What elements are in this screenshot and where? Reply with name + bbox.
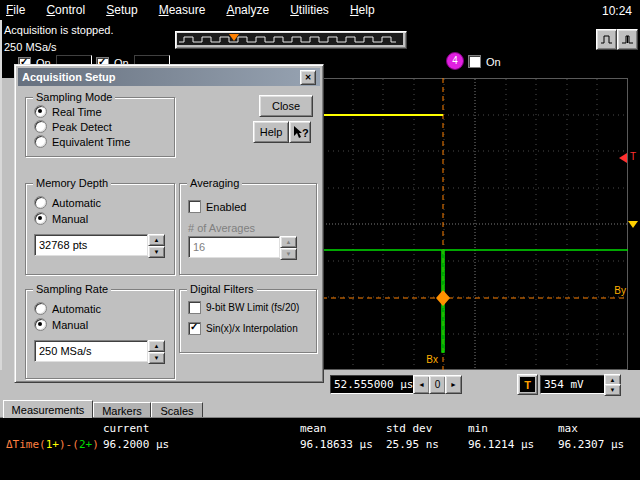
channel4-on-label: On	[486, 56, 501, 68]
timebase-position-field[interactable]: 52.555000 µs	[330, 375, 418, 394]
menu-analyze[interactable]: Analyze	[226, 3, 269, 17]
menu-control[interactable]: Control	[46, 3, 85, 17]
sampling-mode-group: Sampling Mode Real Time Peak Detect Equi…	[25, 97, 175, 157]
clock: 10:24	[602, 4, 632, 18]
num-averages-label: # of Averages	[188, 222, 255, 234]
memory-depth-legend: Memory Depth	[33, 177, 111, 189]
sampling-rate-legend: Sampling Rate	[33, 283, 111, 295]
menu-measure[interactable]: Measure	[159, 3, 206, 17]
memory-depth-group: Memory Depth Automatic Manual 32768 pts …	[25, 183, 175, 275]
col-header-mean: mean	[300, 422, 327, 435]
col-header-min: min	[468, 422, 488, 435]
real-time-radio[interactable]	[34, 105, 47, 118]
dialog-titlebar[interactable]: Acquisition Setup ✕	[18, 68, 320, 86]
dialog-title: Acquisition Setup	[22, 71, 300, 83]
sampling-rate-up-button[interactable]: ▲	[148, 340, 165, 352]
sampling-rate-down-button[interactable]: ▼	[148, 352, 165, 364]
memory-automatic-radio[interactable]	[34, 196, 47, 209]
num-averages-field: 16	[188, 236, 280, 258]
cursor-question-icon: ?	[292, 125, 309, 140]
bw-limit-label: 9-bit BW Limit (fs/20)	[206, 302, 299, 313]
oscilloscope-screen: File Control Setup Measure Analyze Utili…	[0, 0, 640, 480]
trigger-level-arrow[interactable]	[619, 153, 627, 163]
menu-file[interactable]: File	[6, 3, 25, 17]
scope-graticule: Bx By	[322, 78, 628, 370]
memory-manual-label: Manual	[52, 213, 88, 225]
measurement-max: 96.2307 µs	[558, 438, 624, 451]
status-message: Acquisition is stopped.	[4, 24, 113, 36]
sample-rate-readout: 250 MSa/s	[4, 41, 57, 53]
averaging-group: Averaging Enabled # of Averages 16 ▲ ▼	[179, 183, 317, 275]
sinx-interpolation-checkbox[interactable]	[188, 322, 201, 335]
square-wave-icon	[599, 32, 614, 47]
trigger-level-field[interactable]: 354 mV	[540, 375, 608, 394]
waveform-thumbnail	[177, 33, 403, 45]
run-stop-button[interactable]	[596, 29, 617, 50]
ch1-offset-arrow[interactable]	[628, 221, 638, 228]
channel4-probe-icon[interactable]: 4	[446, 52, 464, 70]
col-header-stddev: std dev	[386, 422, 432, 435]
rate-automatic-radio[interactable]	[34, 302, 47, 315]
memory-depth-down-button[interactable]: ▼	[148, 246, 165, 258]
num-averages-up-button: ▲	[280, 236, 297, 248]
bw-limit-checkbox[interactable]	[188, 301, 201, 314]
memory-depth-up-button[interactable]: ▲	[148, 234, 165, 246]
marker-bx-label: Bx	[426, 354, 438, 365]
real-time-label: Real Time	[52, 106, 102, 118]
measurement-min: 96.1214 µs	[468, 438, 534, 451]
memory-manual-radio[interactable]	[34, 212, 47, 225]
peak-detect-label: Peak Detect	[52, 121, 112, 133]
sampling-rate-spinner: ▲ ▼	[148, 340, 165, 364]
col-header-current: current	[103, 422, 149, 435]
channel4-on-checkbox[interactable]	[468, 55, 481, 68]
sampling-rate-group: Sampling Rate Automatic Manual 250 MSa/s…	[25, 289, 175, 379]
sampling-rate-value-field[interactable]: 250 MSa/s	[34, 340, 148, 362]
center-zero-button[interactable]: 0	[429, 375, 446, 394]
scope-display: Bx By	[322, 78, 628, 370]
tab-scales[interactable]: Scales	[151, 402, 203, 418]
averaging-legend: Averaging	[187, 177, 242, 189]
menu-utilities[interactable]: Utilities	[290, 3, 329, 17]
single-pulse-icon	[620, 32, 635, 47]
bottom-tabs: Measurements Markers Scales	[0, 400, 640, 417]
context-help-button[interactable]: ?	[289, 121, 311, 143]
rate-manual-radio[interactable]	[34, 318, 47, 331]
digital-filters-group: Digital Filters 9-bit BW Limit (fs/20) S…	[179, 289, 317, 353]
tab-measurements[interactable]: Measurements	[3, 400, 93, 418]
trigger-indicator-label: T	[520, 377, 535, 392]
equivalent-time-radio[interactable]	[34, 135, 47, 148]
averaging-enabled-checkbox[interactable]	[188, 200, 201, 213]
memory-automatic-label: Automatic	[52, 197, 101, 209]
trigger-indicator-button[interactable]: T	[517, 374, 538, 395]
peak-detect-radio[interactable]	[34, 120, 47, 133]
level-down-button[interactable]: ▼	[604, 384, 621, 396]
channel4-controls: On	[468, 55, 501, 68]
menu-help[interactable]: Help	[350, 3, 375, 17]
measurements-panel: current mean std dev min max ΔTime(1+)-(…	[0, 417, 640, 480]
acquisition-setup-dialog: Acquisition Setup ✕ Close Help ? Samplin…	[14, 64, 324, 383]
measurement-stddev: 25.95 ns	[386, 438, 439, 451]
col-header-max: max	[558, 422, 578, 435]
scroll-right-button[interactable]: ►	[445, 375, 462, 394]
averaging-enabled-label: Enabled	[206, 201, 246, 213]
measurement-mean: 96.18633 µs	[300, 438, 373, 451]
digital-filters-legend: Digital Filters	[187, 283, 257, 295]
memory-depth-value-field[interactable]: 32768 pts	[34, 234, 148, 256]
equivalent-time-label: Equivalent Time	[52, 136, 130, 148]
sinx-interpolation-label: Sin(x)/x Interpolation	[206, 323, 298, 334]
waveform-position-slider[interactable]	[175, 31, 407, 49]
num-averages-spinner: ▲ ▼	[280, 236, 297, 260]
single-acquisition-button[interactable]	[617, 29, 638, 50]
tab-markers[interactable]: Markers	[93, 402, 151, 418]
scroll-left-button[interactable]: ◄	[413, 375, 430, 394]
marker-by-label: By	[614, 285, 626, 296]
measurement-current: 96.2000 µs	[103, 438, 169, 451]
dialog-close-x-button[interactable]: ✕	[300, 70, 316, 85]
marker-diamond[interactable]	[436, 290, 450, 306]
trigger-level-label[interactable]: T	[630, 151, 636, 162]
measurement-label: ΔTime(1+)-(2+)	[6, 438, 99, 451]
sampling-mode-legend: Sampling Mode	[33, 91, 115, 103]
dialog-help-button[interactable]: Help	[253, 121, 289, 143]
menu-setup[interactable]: Setup	[106, 3, 137, 17]
dialog-close-button[interactable]: Close	[259, 95, 313, 117]
